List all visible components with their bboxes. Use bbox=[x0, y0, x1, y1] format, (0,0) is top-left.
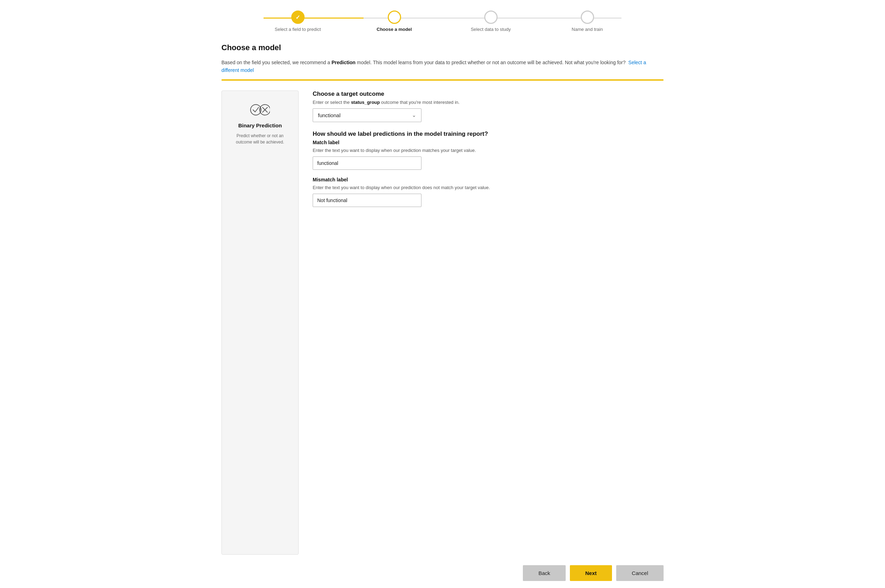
target-outcome-section: Choose a target outcome Enter or select … bbox=[313, 90, 664, 122]
mismatch-label-title: Mismatch label bbox=[313, 177, 664, 182]
label-section: Match label Enter the text you want to d… bbox=[313, 140, 664, 207]
binary-prediction-icon: / bbox=[250, 104, 270, 116]
bottom-bar: Back Next Cancel bbox=[221, 555, 664, 581]
back-button[interactable]: Back bbox=[523, 565, 566, 581]
description-text-part2: model. This model learns from your data … bbox=[356, 60, 626, 65]
stepper-step-name-train: Name and train bbox=[539, 10, 636, 32]
description-box: Based on the field you selected, we reco… bbox=[221, 58, 664, 79]
stepper-circle-select-data bbox=[484, 10, 498, 24]
next-button[interactable]: Next bbox=[570, 565, 612, 581]
mismatch-label-desc: Enter the text you want to display when … bbox=[313, 185, 664, 190]
stepper-label-select-field: Select a field to predict bbox=[275, 27, 321, 32]
stepper-circle-name-train bbox=[581, 10, 594, 24]
match-label-group: Match label Enter the text you want to d… bbox=[313, 140, 664, 170]
target-outcome-desc-prefix: Enter or select the bbox=[313, 100, 351, 105]
match-label-title: Match label bbox=[313, 140, 664, 145]
mismatch-label-group: Mismatch label Enter the text you want t… bbox=[313, 177, 664, 207]
target-outcome-title: Choose a target outcome bbox=[313, 90, 664, 98]
match-label-desc: Enter the text you want to display when … bbox=[313, 148, 664, 153]
right-panel: Choose a target outcome Enter or select … bbox=[313, 90, 664, 555]
stepper-step-select-data: Select data to study bbox=[442, 10, 539, 32]
yellow-divider bbox=[221, 79, 664, 81]
page-title: Choose a model bbox=[221, 43, 664, 52]
cancel-button[interactable]: Cancel bbox=[616, 565, 664, 581]
stepper-step-select-field: ✓ Select a field to predict bbox=[249, 10, 346, 32]
description-model: Prediction bbox=[332, 60, 356, 65]
dropdown-value: functional bbox=[318, 112, 340, 118]
target-outcome-desc-suffix: outcome that you're most interested in. bbox=[380, 100, 459, 105]
label-predictions-title: How should we label predictions in the m… bbox=[313, 130, 664, 138]
model-card: / Binary Prediction Predict whether or n… bbox=[221, 90, 298, 555]
model-card-title: Binary Prediction bbox=[238, 123, 282, 128]
target-outcome-field: status_group bbox=[351, 100, 380, 105]
stepper-label-select-data: Select data to study bbox=[471, 27, 511, 32]
main-content: / Binary Prediction Predict whether or n… bbox=[221, 90, 664, 555]
target-outcome-dropdown[interactable]: functional ⌄ bbox=[313, 108, 422, 122]
checkmark-icon: ✓ bbox=[296, 14, 300, 21]
mismatch-label-input[interactable] bbox=[313, 194, 422, 207]
stepper-label-choose-model: Choose a model bbox=[376, 27, 412, 32]
model-card-desc: Predict whether or not an outcome will b… bbox=[229, 133, 291, 145]
chevron-down-icon: ⌄ bbox=[412, 112, 416, 118]
description-text-part1: Based on the field you selected, we reco… bbox=[221, 60, 332, 65]
match-label-input[interactable] bbox=[313, 156, 422, 170]
stepper-circle-choose-model bbox=[388, 10, 401, 24]
stepper-label-name-train: Name and train bbox=[572, 27, 603, 32]
stepper: ✓ Select a field to predict Choose a mod… bbox=[221, 10, 664, 32]
stepper-circle-select-field: ✓ bbox=[291, 10, 304, 24]
label-predictions-section: How should we label predictions in the m… bbox=[313, 130, 664, 207]
target-outcome-desc: Enter or select the status_group outcome… bbox=[313, 100, 664, 105]
stepper-step-choose-model: Choose a model bbox=[346, 10, 442, 32]
